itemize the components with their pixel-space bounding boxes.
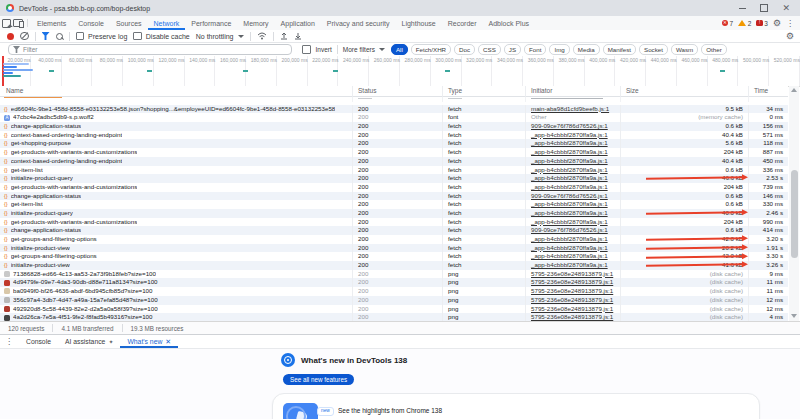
filter-chip-all[interactable]: All	[391, 44, 408, 55]
request-initiator[interactable]: _app-b4cbbbf2870ffa9a.js:1	[531, 157, 608, 164]
request-initiator[interactable]: _app-b4cbbbf2870ffa9a.js:1	[531, 166, 608, 173]
table-row[interactable]: {}get-groups-and-filtering-options200fet…	[0, 252, 788, 261]
record-button[interactable]	[7, 33, 14, 40]
request-initiator[interactable]: _app-b4cbbbf2870ffa9a.js:1	[531, 174, 608, 181]
disable-cache-checkbox[interactable]	[133, 32, 142, 41]
table-row[interactable]: {}context-based-ordering-landing-endpoin…	[0, 157, 788, 166]
scrollbar-thumb[interactable]	[791, 170, 798, 258]
filter-chip-media[interactable]: Media	[573, 44, 600, 55]
column-header-initiator[interactable]: Initiator	[525, 86, 620, 96]
drawer-tab-ai-assistance[interactable]: AI assistance✦	[58, 335, 120, 348]
table-row[interactable]: {}context-based-ordering-landing-endpoin…	[0, 131, 788, 140]
tab-application[interactable]: Application	[275, 16, 321, 30]
request-initiator[interactable]: _app-b4cbbbf2870ffa9a.js:1	[531, 148, 608, 155]
request-initiator[interactable]: 5795-236e08e248913879.js:1	[531, 296, 613, 303]
preserve-log-checkbox[interactable]	[76, 32, 85, 41]
device-toolbar-icon[interactable]	[12, 16, 24, 30]
column-header-type[interactable]: Type	[442, 86, 525, 96]
throttling-select[interactable]: No throttling	[196, 33, 244, 40]
filter-chip-img[interactable]: Img	[549, 44, 569, 55]
maximize-button[interactable]	[760, 4, 768, 12]
filter-chip-doc[interactable]: Doc	[454, 44, 475, 55]
column-header-name[interactable]: Name	[0, 86, 352, 96]
request-initiator[interactable]: _app-b4cbbbf2870ffa9a.js:1	[531, 261, 608, 268]
table-row[interactable]: {}get-item-list200fetch_app-b4cbbbf2870f…	[0, 166, 788, 175]
filter-chip-js[interactable]: JS	[504, 44, 521, 55]
drawer-menu-icon[interactable]: ⋮	[5, 337, 13, 346]
request-initiator[interactable]: _app-b4cbbbf2870ffa9a.js:1	[531, 200, 608, 207]
column-header-time[interactable]: Time	[748, 86, 788, 96]
drawer-tab-what-s-new[interactable]: What's new✕	[120, 335, 178, 348]
more-filters-button[interactable]: More filters	[343, 46, 385, 53]
tab-lighthouse[interactable]: Lighthouse	[396, 16, 442, 30]
warning-badge[interactable]: 2	[738, 20, 751, 27]
filter-chip-manifest[interactable]: Manifest	[603, 44, 636, 55]
table-row[interactable]: ba0949f0-bf26-4636-abdf-6bd945cfb85d?siz…	[0, 287, 788, 296]
request-initiator[interactable]: 5795-236e08e248913879.js:1	[531, 270, 613, 277]
scrollbar-down-icon[interactable]	[791, 314, 797, 318]
request-initiator[interactable]: _app-b4cbbbf2870ffa9a.js:1	[531, 235, 608, 242]
table-row[interactable]: 71386828-ed66-4c13-aa53-2a73f9b18feb?siz…	[0, 270, 788, 279]
table-row[interactable]: {}get-products-with-variants-and-customi…	[0, 218, 788, 227]
invert-checkbox[interactable]	[302, 45, 311, 54]
minimize-button[interactable]	[739, 8, 746, 9]
network-settings-gear-icon[interactable]: ⚙	[786, 32, 794, 41]
request-initiator[interactable]: 909-09ce76f786d76526.js:1	[531, 192, 608, 199]
more-options-icon[interactable]: ⋮	[786, 19, 794, 28]
request-initiator[interactable]: _app-b4cbbbf2870ffa9a.js:1	[531, 218, 608, 225]
table-row[interactable]: {}change-application-status200fetch909-0…	[0, 122, 788, 131]
error-badge[interactable]: ✕7	[722, 20, 734, 27]
request-initiator[interactable]: _app-b4cbbbf2870ffa9a.js:1	[531, 183, 608, 190]
issues-badge[interactable]: !3	[756, 20, 768, 27]
request-initiator[interactable]: _app-b4cbbbf2870ffa9a.js:1	[531, 244, 608, 251]
tab-network[interactable]: Network	[148, 16, 186, 30]
table-row[interactable]: 4d9479fe-09e7-4da3-90db-d88e711a8134?siz…	[0, 278, 788, 287]
table-row[interactable]	[0, 96, 788, 105]
table-row[interactable]: 356c97a4-3db7-4d47-a49a-15a7efa85d48?siz…	[0, 296, 788, 305]
table-row[interactable]: {}get-groups-and-filtering-options200fet…	[0, 235, 788, 244]
request-initiator[interactable]: _app-b4cbbbf2870ffa9a.js:1	[531, 139, 608, 146]
filter-chip-font[interactable]: Font	[524, 44, 546, 55]
export-har-icon[interactable]	[294, 32, 302, 40]
settings-gear-icon[interactable]: ⚙	[773, 19, 781, 28]
filter-chip-socket[interactable]: Socket	[639, 44, 668, 55]
request-initiator[interactable]: _app-b4cbbbf2870ffa9a.js:1	[531, 252, 608, 259]
filter-toggle-icon[interactable]	[42, 32, 50, 40]
table-row[interactable]: {}get-item-list200fetch_app-b4cbbbf2870f…	[0, 200, 788, 209]
table-row[interactable]: {}initialize-product-query200fetch_app-b…	[0, 174, 788, 183]
tab-memory[interactable]: Memory	[237, 16, 274, 30]
close-button[interactable]: ✕	[782, 4, 790, 13]
table-row[interactable]: 4a2d26ca-7e5a-4f51-9fe2-f8fad5b49316?siz…	[0, 313, 788, 321]
close-tab-icon[interactable]: ✕	[165, 338, 171, 346]
table-row[interactable]: {}get-shopping-purpose200fetch_app-b4cbb…	[0, 139, 788, 148]
request-initiator[interactable]: _app-b4cbbbf2870ffa9a.js:1	[531, 131, 608, 138]
table-row[interactable]: {}change-application-status200fetch909-0…	[0, 192, 788, 201]
inspect-element-icon[interactable]	[0, 16, 12, 30]
filter-chip-fetch-xhr[interactable]: Fetch/XHR	[411, 44, 451, 55]
request-initiator[interactable]: _app-b4cbbbf2870ffa9a.js:1	[531, 209, 608, 216]
import-har-icon[interactable]	[280, 32, 288, 40]
request-initiator[interactable]: 909-09ce76f786d76526.js:1	[531, 122, 608, 129]
tab-privacy-and-security[interactable]: Privacy and security	[321, 16, 396, 30]
table-row[interactable]: {}get-products-with-variants-and-customi…	[0, 148, 788, 157]
table-row[interactable]: {}get-products-with-variants-and-customi…	[0, 183, 788, 192]
request-initiator[interactable]: 5795-236e08e248913879.js:1	[531, 305, 613, 312]
highlights-card[interactable]: new See the highlights from Chrome 138	[272, 393, 760, 419]
tab-elements[interactable]: Elements	[31, 16, 72, 30]
tab-console[interactable]: Console	[72, 16, 110, 30]
request-initiator[interactable]: 909-09ce76f786d76526.js:1	[531, 226, 608, 233]
filter-input[interactable]: Filter	[8, 44, 292, 55]
tab-adblock-plus[interactable]: Adblock Plus	[483, 16, 535, 30]
table-row[interactable]: {}change-application-status200fetch909-0…	[0, 226, 788, 235]
filter-chip-other[interactable]: Other	[701, 44, 726, 55]
table-row[interactable]: {}initialize-product-view200fetch_app-b4…	[0, 244, 788, 253]
drawer-tab-console[interactable]: Console	[19, 335, 58, 348]
filter-chip-css[interactable]: CSS	[478, 44, 501, 55]
see-all-new-features-button[interactable]: See all new features	[283, 374, 354, 385]
column-header-size[interactable]: Size	[620, 86, 748, 96]
filter-chip-wasm[interactable]: Wasm	[671, 44, 698, 55]
network-overview[interactable]: 20,000 ms40,000 ms60,000 ms80,000 ms100,…	[0, 56, 800, 87]
table-row[interactable]: {}initialize-product-query200fetch_app-b…	[0, 209, 788, 218]
column-header-status[interactable]: Status	[352, 86, 442, 96]
tab-recorder[interactable]: Recorder	[442, 16, 483, 30]
